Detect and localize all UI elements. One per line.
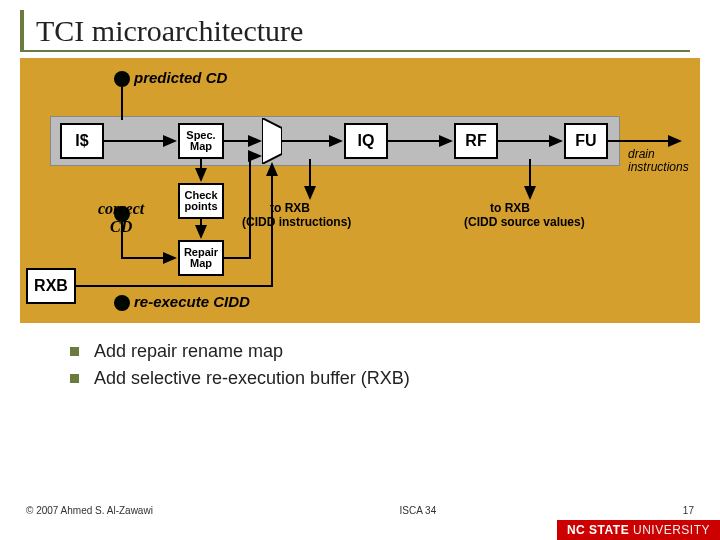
title-container: TCI microarchitecture xyxy=(20,10,690,52)
page-title: TCI microarchitecture xyxy=(36,14,690,48)
stage-checkpoints: Check points xyxy=(178,183,224,219)
connectors xyxy=(20,58,700,323)
bullet-list: Add repair rename map Add selective re-e… xyxy=(70,341,650,389)
svg-marker-0 xyxy=(262,118,282,164)
bullet-text: Add repair rename map xyxy=(94,341,283,362)
dot-reexec xyxy=(114,295,130,311)
mux-icon xyxy=(262,118,282,164)
bullet-text: Add selective re-execution buffer (RXB) xyxy=(94,368,410,389)
list-item: Add selective re-execution buffer (RXB) xyxy=(70,368,650,389)
label-torxb1-a: to RXB xyxy=(270,202,310,215)
bullet-icon xyxy=(70,347,79,356)
stage-fu: FU xyxy=(564,123,608,159)
pipeline-band xyxy=(50,116,620,166)
architecture-diagram: I$ Spec. Map IQ RF FU Check points Repai… xyxy=(20,58,700,323)
label-torxb2-b: (CIDD source values) xyxy=(464,216,585,229)
venue: ISCA 34 xyxy=(400,505,437,516)
stage-iq: IQ xyxy=(344,123,388,159)
bullet-icon xyxy=(70,374,79,383)
label-drain: drain instructions xyxy=(628,148,689,174)
copyright: © 2007 Ahmed S. Al-Zawawi xyxy=(26,505,153,516)
brand-badge: NC STATE UNIVERSITY xyxy=(557,520,720,540)
brand-bold: NC STATE xyxy=(567,523,629,537)
stage-repairmap: Repair Map xyxy=(178,240,224,276)
brand-thin: UNIVERSITY xyxy=(629,523,710,537)
footer: © 2007 Ahmed S. Al-Zawawi ISCA 34 17 NC … xyxy=(0,505,720,540)
stage-specmap: Spec. Map xyxy=(178,123,224,159)
label-correct: correct CD xyxy=(98,200,144,236)
dot-predicted xyxy=(114,71,130,87)
stage-rxb: RXB xyxy=(26,268,76,304)
list-item: Add repair rename map xyxy=(70,341,650,362)
label-torxb1-b: (CIDD instructions) xyxy=(242,216,351,229)
stage-rf: RF xyxy=(454,123,498,159)
page-number: 17 xyxy=(683,505,694,516)
label-torxb2-a: to RXB xyxy=(490,202,530,215)
stage-icache: I$ xyxy=(60,123,104,159)
label-predicted: predicted CD xyxy=(134,69,227,86)
label-reexec: re-execute CIDD xyxy=(134,293,250,310)
